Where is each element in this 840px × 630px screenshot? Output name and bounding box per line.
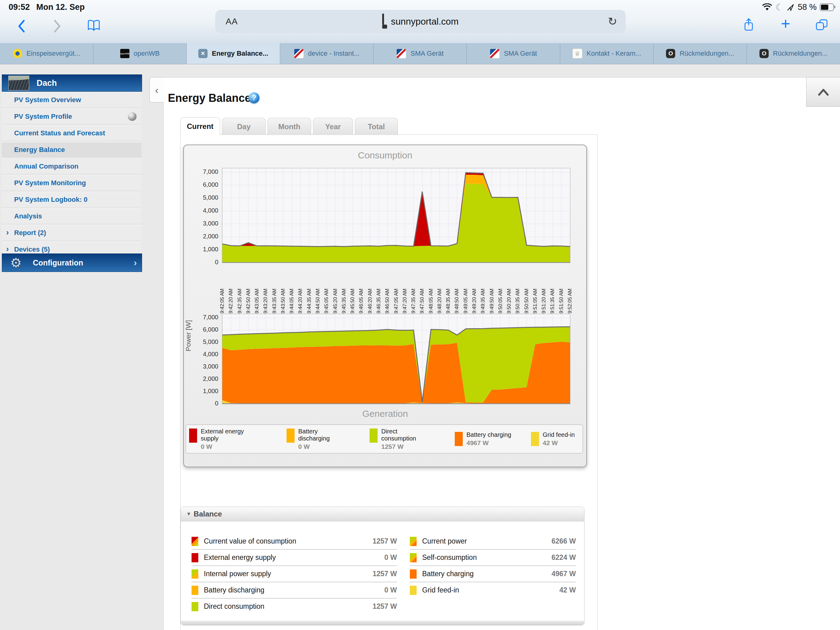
tab-month[interactable]: Month bbox=[267, 118, 311, 135]
chevron-up-icon bbox=[816, 87, 830, 97]
x-axis-tick: 9:43:35 AM bbox=[272, 266, 278, 313]
expand-arrow-icon[interactable]: › bbox=[6, 228, 9, 237]
reload-button[interactable]: ↻ bbox=[608, 15, 617, 28]
browser-tab-label: Rückmeldungen... bbox=[773, 49, 827, 57]
sidebar-item-configuration[interactable]: ⚙ Configuration › bbox=[2, 253, 142, 272]
new-tab-button[interactable]: + bbox=[781, 17, 790, 31]
x-axis-tick: 9:44:05 AM bbox=[289, 266, 295, 313]
legend-label: Battery charging bbox=[466, 431, 511, 438]
kontakt-icon: ♕ bbox=[573, 49, 583, 59]
x-axis-tick: 9:44:35 AM bbox=[306, 266, 313, 313]
balance-value: 1257 W bbox=[373, 570, 397, 578]
browser-tab-6[interactable]: ♕Kontakt - Keram... bbox=[560, 43, 654, 64]
browser-tab-7[interactable]: ORückmeldungen... bbox=[654, 43, 747, 64]
reader-button[interactable]: AA bbox=[226, 17, 238, 27]
browser-tab-8[interactable]: ORückmeldungen... bbox=[747, 43, 840, 64]
chart-svg bbox=[222, 314, 570, 404]
close-icon[interactable]: × bbox=[198, 49, 208, 58]
sidebar-item-current-status-and-forecast[interactable]: Current Status and Forecast bbox=[2, 125, 141, 141]
generation-plot bbox=[222, 314, 570, 404]
help-icon[interactable]: ? bbox=[248, 92, 259, 103]
sidebar-item-pv-system-profile[interactable]: PV System Profile bbox=[2, 109, 141, 124]
legend-item: External energy supply0 W bbox=[189, 428, 287, 450]
y-axis-tick: 3,000 bbox=[184, 220, 218, 227]
balance-label: Self-consumption bbox=[422, 553, 477, 562]
y-axis-tick: 1,000 bbox=[184, 246, 218, 253]
legend-label: External energy supply bbox=[201, 428, 253, 442]
sidebar-item-pv-system-overview[interactable]: PV System Overview bbox=[2, 92, 141, 108]
sidebar-item-analysis[interactable]: Analysis bbox=[2, 209, 141, 224]
scroll-top-button[interactable] bbox=[806, 77, 840, 107]
sidebar-item-label: Analysis bbox=[14, 212, 42, 220]
sidebar-header[interactable]: Dach bbox=[2, 74, 142, 92]
pv-system-photo bbox=[8, 76, 29, 90]
browser-tab-label: openWB bbox=[134, 49, 159, 57]
sidebar-item-energy-balance[interactable]: Energy Balance bbox=[2, 142, 141, 157]
x-axis-tick: 9:42:35 AM bbox=[237, 266, 243, 313]
sidebar-item-label: Devices (5) bbox=[14, 245, 50, 253]
forward-button[interactable] bbox=[52, 19, 63, 33]
balance-footer bbox=[181, 621, 584, 625]
y-axis-tick: 7,000 bbox=[184, 168, 218, 175]
sma-icon bbox=[490, 49, 500, 59]
browser-tab-4[interactable]: SMA Gerät bbox=[374, 43, 467, 64]
balance-swatch bbox=[191, 602, 198, 611]
url-field[interactable]: AA sunnyportal.com ↻ bbox=[215, 10, 626, 33]
chart-legend: External energy supply0 WBattery dischar… bbox=[186, 424, 583, 453]
bookmarks-icon[interactable] bbox=[87, 19, 101, 33]
tab-current[interactable]: Current bbox=[180, 117, 220, 135]
expand-arrow-icon[interactable]: › bbox=[6, 244, 9, 254]
x-axis-tick: 9:42:50 AM bbox=[245, 266, 251, 313]
x-axis-tick: 9:50:50 AM bbox=[524, 266, 530, 313]
browser-tab-2[interactable]: ×Energy Balance... bbox=[186, 43, 280, 64]
sma-icon bbox=[396, 49, 406, 59]
sidebar-item-annual-comparison[interactable]: Annual Comparison bbox=[2, 159, 141, 174]
y-axis-tick: 5,000 bbox=[184, 339, 218, 345]
browser-tab-label: SMA Gerät bbox=[411, 49, 444, 57]
x-axis-tick: 9:47:20 AM bbox=[402, 266, 408, 313]
browser-tab-1[interactable]: openWBopenWB bbox=[93, 43, 187, 64]
balance-swatch bbox=[410, 553, 417, 562]
balance-panel: ▼ Balance Current value of consumption12… bbox=[180, 507, 584, 625]
sun-icon bbox=[13, 49, 22, 58]
x-axis-tick: 9:45:50 AM bbox=[350, 266, 356, 313]
browser-tab-5[interactable]: SMA Gerät bbox=[467, 43, 560, 64]
tab-year[interactable]: Year bbox=[313, 118, 353, 135]
y-axis-tick: 3,000 bbox=[184, 363, 218, 370]
status-date: Mon 12. Sep bbox=[36, 2, 85, 12]
chart-svg bbox=[222, 168, 570, 263]
consumption-plot bbox=[222, 168, 570, 263]
sidebar-item-pv-system-logbook-0[interactable]: PV System Logbook: 0 bbox=[2, 192, 141, 207]
back-button[interactable] bbox=[16, 19, 27, 33]
x-axis-tick: 9:48:05 AM bbox=[428, 266, 434, 313]
browser-tab-label: Einspeisevergüt... bbox=[27, 49, 80, 57]
tabs-button[interactable] bbox=[815, 18, 829, 32]
tab-day[interactable]: Day bbox=[222, 118, 266, 135]
sidebar-item-label: Energy Balance bbox=[14, 146, 65, 154]
x-axis-tick: 9:47:35 AM bbox=[411, 266, 417, 313]
balance-value: 1257 W bbox=[373, 537, 397, 545]
sidebar-item-report-2-[interactable]: ›Report (2) bbox=[2, 225, 141, 241]
x-axis-tick: 9:48:20 AM bbox=[437, 266, 443, 313]
energy-balance-chart: Consumption Power [W] Generation Externa… bbox=[183, 144, 587, 467]
balance-right-column: Current power6266 WSelf-consumption6224 … bbox=[410, 533, 576, 598]
balance-row-left-4: Direct consumption1257 W bbox=[191, 598, 397, 614]
y-axis-tick: 2,000 bbox=[184, 233, 218, 240]
browser-tab-3[interactable]: device - Instant... bbox=[280, 43, 374, 64]
browser-tab-0[interactable]: Einspeisevergüt... bbox=[0, 43, 93, 64]
legend-item: Battery charging4967 W bbox=[455, 431, 531, 446]
balance-swatch bbox=[410, 537, 417, 546]
x-axis-tick: 9:45:35 AM bbox=[341, 266, 347, 313]
tab-total[interactable]: Total bbox=[355, 118, 398, 135]
x-axis-tick: 9:44:20 AM bbox=[297, 266, 303, 313]
balance-header[interactable]: ▼ Balance bbox=[181, 507, 584, 521]
x-axis-tick: 9:46:35 AM bbox=[376, 266, 382, 313]
x-axis-tick: 9:47:05 AM bbox=[393, 266, 399, 313]
chevron-right-icon: › bbox=[134, 258, 137, 268]
y-axis-tick: 6,000 bbox=[184, 181, 218, 188]
sidebar-item-pv-system-monitoring[interactable]: PV System Monitoring bbox=[2, 175, 141, 191]
browser-tab-label: device - Instant... bbox=[308, 49, 360, 57]
balance-value: 1257 W bbox=[373, 602, 397, 611]
sidebar-collapse-button[interactable]: ‹ bbox=[149, 77, 164, 103]
share-button[interactable] bbox=[742, 18, 756, 32]
